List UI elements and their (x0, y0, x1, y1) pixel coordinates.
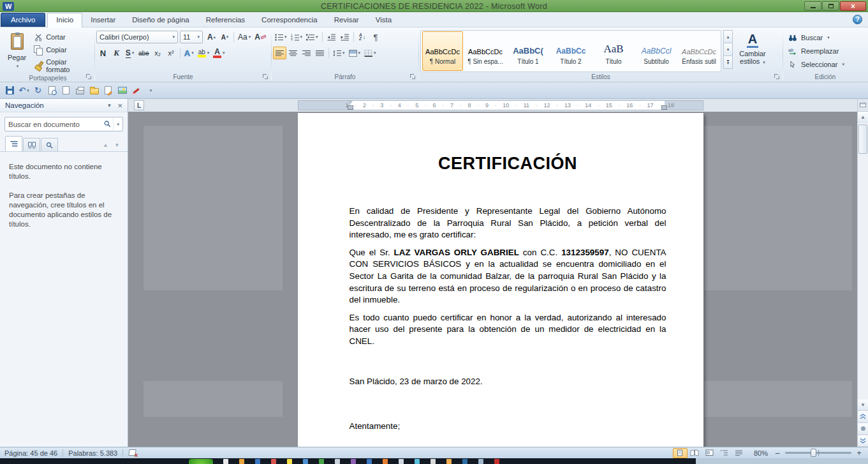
tab-revisar[interactable]: Revisar (326, 13, 367, 27)
new-document-button[interactable] (59, 84, 73, 97)
tab-insertar[interactable]: Insertar (82, 13, 124, 27)
styles-scroll-up-icon[interactable]: ▴ (723, 30, 733, 43)
tab-diseno-de-pagina[interactable]: Diseño de página (124, 13, 198, 27)
subscript-button[interactable]: x₂ (151, 47, 165, 59)
document-canvas[interactable]: CERTIFICACIÓN En calidad de Presidente y… (128, 112, 857, 447)
shrink-font-button[interactable]: A▾ (218, 31, 232, 43)
navigation-pane-menu-icon[interactable]: ▼ (103, 103, 115, 109)
fullscreen-reading-view-button[interactable] (688, 448, 702, 458)
multilevel-list-button[interactable]: ▾ (304, 31, 320, 43)
shading-button[interactable]: ▾ (347, 47, 363, 59)
print-layout-view-button[interactable] (673, 448, 688, 458)
format-painter-button[interactable]: Copiar formato (31, 57, 93, 74)
sort-button[interactable]: AZ↓ (356, 31, 369, 43)
styles-more-icon[interactable]: ▾ (723, 56, 733, 69)
increase-indent-button[interactable] (338, 31, 351, 43)
web-layout-view-button[interactable] (702, 448, 717, 458)
select-button[interactable]: Seleccionar▾ (784, 57, 866, 71)
scroll-up-icon[interactable]: ▲ (858, 112, 868, 123)
first-line-indent-marker[interactable] (348, 101, 353, 105)
change-styles-button[interactable]: A Cambiarestilos ▾ (735, 29, 770, 70)
taskbar[interactable] (0, 458, 868, 464)
nav-tab-results[interactable] (41, 138, 58, 151)
open-button[interactable] (87, 84, 101, 97)
print-preview-button[interactable] (45, 84, 59, 97)
help-icon[interactable]: ? (853, 15, 862, 24)
style-enfasis-sutil[interactable]: AaBbCcDcÉnfasis sutil (679, 31, 719, 71)
maximize-button[interactable] (822, 1, 839, 11)
document-search-input[interactable] (5, 121, 102, 128)
show-formatting-marks-button[interactable]: ¶ (369, 31, 383, 43)
start-button[interactable] (189, 459, 213, 464)
tab-archivo[interactable]: Archivo (1, 13, 45, 27)
zoom-in-button[interactable]: + (855, 449, 864, 458)
vertical-scrollbar[interactable]: ▲ ▼ (857, 99, 868, 447)
align-left-button[interactable] (273, 47, 286, 59)
insert-picture-button[interactable] (115, 84, 129, 97)
style-subtitulo[interactable]: AaBbCclSubtítulo (636, 31, 677, 71)
change-case-button[interactable]: Aa▾ (236, 31, 253, 43)
align-center-button[interactable] (286, 47, 300, 59)
align-right-button[interactable] (300, 47, 313, 59)
zoom-slider[interactable] (785, 452, 851, 454)
word-logo-icon[interactable]: W (3, 2, 14, 11)
scrollbar-track[interactable] (858, 123, 868, 400)
quick-print-button[interactable] (73, 84, 87, 97)
search-options-arrow-icon[interactable]: ▾ (113, 117, 122, 131)
scroll-down-icon[interactable]: ▼ (858, 400, 868, 410)
zoom-slider-thumb[interactable] (811, 449, 816, 457)
find-button[interactable]: Buscar▾ (784, 31, 866, 44)
close-button[interactable]: × (840, 1, 866, 11)
underline-button[interactable]: S▾ (123, 47, 136, 59)
tab-vista[interactable]: Vista (367, 13, 400, 27)
cut-button[interactable]: Cortar (31, 32, 93, 42)
portapapeles-dialog-launcher-icon[interactable] (86, 74, 92, 80)
save-button[interactable] (3, 84, 17, 97)
style-titulo-2[interactable]: AaBbCcTítulo 2 (550, 31, 591, 71)
spelling-button[interactable] (129, 84, 143, 97)
style-sin-espaciado[interactable]: AaBbCcDc¶ Sin espa... (465, 31, 506, 71)
borders-button[interactable]: ▾ (362, 47, 378, 59)
proofing-status-icon[interactable]: × (128, 449, 138, 457)
estilos-dialog-launcher-icon[interactable] (774, 74, 780, 80)
outline-view-button[interactable] (717, 448, 732, 458)
text-highlight-button[interactable]: ab▾ (196, 47, 212, 59)
search-icon[interactable] (102, 120, 113, 128)
navigation-pane-close-icon[interactable]: × (115, 101, 125, 110)
justify-button[interactable] (313, 47, 327, 59)
text-effects-button[interactable]: A▾ (182, 47, 196, 59)
hanging-indent-marker[interactable] (348, 105, 353, 110)
styles-scroll-down-icon[interactable]: ▾ (723, 43, 733, 56)
bullets-button[interactable]: ▾ (273, 31, 289, 43)
italic-button[interactable]: K (110, 47, 123, 59)
next-heading-icon[interactable]: ▼ (112, 139, 122, 151)
draft-view-button[interactable] (732, 448, 746, 458)
clear-formatting-button[interactable]: A (253, 31, 268, 43)
word-count[interactable]: Palabras: 5.383 (68, 449, 117, 457)
horizontal-ruler[interactable]: 1·2·3·4·5·6·7·8·9·10·11·12·13·14·15·16·1… (298, 100, 703, 110)
nav-tab-pages[interactable] (23, 138, 40, 151)
copy-button[interactable]: Copiar (31, 45, 93, 55)
browse-object-button[interactable] (858, 423, 868, 435)
tab-selector-button[interactable]: L (134, 100, 144, 110)
fuente-dialog-launcher-icon[interactable] (263, 74, 268, 80)
tab-correspondencia[interactable]: Correspondencia (253, 13, 326, 27)
style-titulo-1[interactable]: AaBbC(Título 1 (508, 31, 548, 71)
font-size-select[interactable]: 11▾ (180, 31, 203, 43)
line-spacing-button[interactable]: ▾ (331, 47, 347, 59)
font-color-button[interactable]: A▾ (211, 47, 226, 59)
previous-page-button[interactable] (858, 410, 868, 423)
numbering-button[interactable]: 1.2.3.▾ (289, 31, 305, 43)
scrollbar-thumb[interactable] (858, 124, 867, 154)
grow-font-button[interactable]: A▴ (205, 31, 218, 43)
edit-document-button[interactable] (101, 84, 115, 97)
previous-heading-icon[interactable]: ▲ (100, 139, 111, 151)
decrease-indent-button[interactable] (325, 31, 338, 43)
taskbar-icons[interactable] (223, 459, 499, 464)
style-titulo[interactable]: AaBTítulo (593, 31, 634, 71)
zoom-level[interactable]: 80% (754, 449, 768, 457)
redo-button[interactable]: ↻ (31, 84, 45, 97)
right-indent-marker[interactable] (661, 105, 667, 110)
next-page-button[interactable] (858, 435, 868, 447)
qat-customize-button[interactable]: ▾ (143, 84, 157, 97)
